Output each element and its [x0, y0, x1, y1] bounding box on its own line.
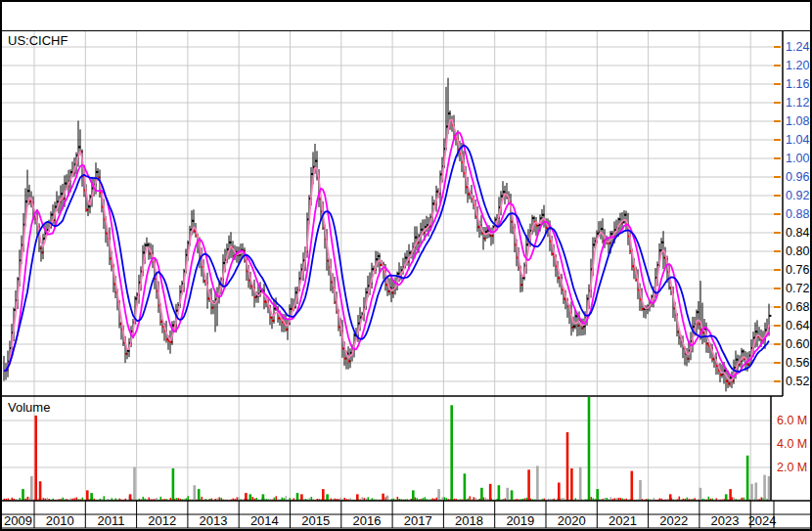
volume-panel-label: Volume [8, 400, 50, 415]
volume-spike-bar [22, 489, 24, 501]
volume-spike-bar [326, 494, 329, 501]
price-tick-label: 0.84 [786, 226, 809, 240]
symbol-label: US:CICHF [8, 33, 68, 48]
price-tick-label: 1.12 [786, 96, 809, 110]
volume-spike-bar [90, 493, 93, 501]
price-tick-label: 1.00 [786, 152, 809, 165]
volume-spike-bar [570, 468, 573, 501]
volume-tick-label: 4.0 M [777, 437, 807, 451]
price-tick-label: 1.16 [786, 77, 809, 91]
volume-spike-bar [480, 488, 483, 501]
volume-spike-bar [382, 494, 384, 501]
volume-spike-bar [356, 494, 359, 501]
price-tick-label: 0.76 [786, 263, 809, 277]
volume-spike-bar [249, 494, 252, 501]
price-tick-label: 0.96 [786, 170, 809, 184]
volume-spike-bar [262, 494, 265, 501]
year-label: 2018 [455, 513, 483, 528]
year-label: 2010 [46, 513, 74, 528]
price-tick-label: 0.52 [786, 375, 809, 388]
volume-spike-bar [725, 494, 728, 501]
price-tick-label: 0.64 [786, 319, 809, 332]
volume-spike-bar [489, 484, 492, 501]
year-label: 2021 [609, 513, 637, 528]
volume-spike-bar [296, 493, 299, 501]
volume-spike-bar [300, 494, 303, 501]
chart-background [2, 31, 810, 530]
volume-spike-bar [729, 489, 732, 501]
volume-spike-bar [763, 475, 766, 501]
year-label: 2024 [748, 513, 777, 528]
volume-spike-bar [631, 471, 634, 501]
volume-spike-bar [579, 467, 582, 501]
volume-spike-bar [464, 473, 467, 501]
volume-spike-bar [558, 483, 561, 502]
volume-spike-bar [450, 405, 453, 501]
volume-spike-bar [498, 485, 501, 501]
year-label: 2013 [200, 513, 228, 528]
volume-spike-bar [322, 489, 325, 501]
year-label: 2014 [250, 513, 279, 528]
year-label: 2011 [97, 513, 124, 528]
year-label: 2023 [711, 513, 740, 528]
volume-spike-bar [34, 416, 37, 501]
volume-spike-bar [39, 481, 42, 501]
price-tick-label: 0.80 [786, 244, 809, 258]
volume-spike-bar [437, 489, 440, 501]
volume-spike-bar [172, 468, 175, 501]
price-tick-label: 0.72 [786, 282, 809, 295]
year-label: 2017 [404, 513, 432, 528]
year-label: 2009 [4, 513, 32, 528]
year-label: 2012 [148, 513, 176, 528]
volume-spike-bar [768, 476, 771, 501]
chart-area: 1.241.201.161.121.081.041.000.960.920.88… [2, 31, 810, 530]
price-tick-label: 0.88 [786, 207, 809, 221]
volume-spike-bar [129, 494, 132, 501]
volume-spike-bar [245, 493, 248, 501]
volume-spike-bar [669, 494, 672, 501]
volume-spike-bar [639, 480, 642, 501]
volume-spike-bar [30, 476, 33, 501]
price-tick-label: 1.20 [786, 59, 809, 72]
year-label: 2016 [352, 513, 381, 528]
volume-spike-bar [133, 467, 136, 501]
volume-spike-bar [386, 496, 389, 501]
volume-spike-bar [412, 490, 415, 501]
price-tick-label: 0.92 [786, 189, 809, 202]
volume-spike-bar [755, 483, 758, 502]
volume-tick-label: 2.0 M [777, 461, 807, 474]
volume-spike-bar [536, 465, 539, 501]
price-tick-label: 1.04 [786, 133, 809, 147]
year-label: 2022 [659, 513, 688, 528]
volume-tick-label: 6.0 M [777, 414, 807, 427]
volume-spike-bar [699, 488, 702, 501]
volume-spike-bar [198, 489, 201, 501]
price-tick-label: 0.60 [786, 337, 809, 351]
volume-spike-bar [588, 397, 591, 501]
year-label: 2015 [301, 513, 330, 528]
year-label: 2019 [506, 513, 534, 528]
volume-spike-bar [746, 456, 749, 501]
chart-header: Historic Chart for US:CICHF by Stockwatc… [2, 2, 810, 31]
volume-spike-bar [86, 490, 89, 501]
volume-spike-bar [506, 488, 509, 501]
volume-spike-bar [194, 485, 197, 501]
stock-chart-svg: 1.241.201.161.121.081.041.000.960.920.88… [2, 31, 810, 530]
price-tick-label: 0.68 [786, 300, 809, 314]
volume-spike-bar [527, 469, 530, 501]
stockwatch-chart-window: Historic Chart for US:CICHF by Stockwatc… [0, 0, 812, 531]
volume-spike-bar [596, 489, 599, 501]
price-tick-label: 0.56 [786, 356, 809, 370]
candle-close-tick [769, 315, 771, 317]
price-tick-label: 1.24 [786, 40, 809, 54]
volume-spike-bar [750, 484, 753, 501]
volume-spike-bar [566, 432, 569, 501]
volume-spike-bar [511, 490, 514, 501]
year-label: 2020 [558, 513, 586, 528]
price-tick-label: 1.08 [786, 114, 809, 128]
